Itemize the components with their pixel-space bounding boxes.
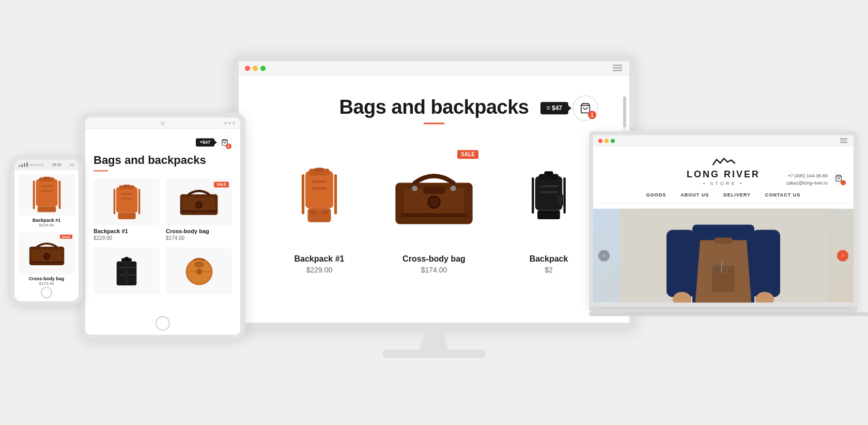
laptop-bottom-stand (589, 312, 868, 316)
svg-rect-76 (715, 237, 732, 244)
laptop-tl-red (598, 139, 602, 143)
desktop-product-img-2: SALE (384, 145, 484, 248)
mobile-products-list: Backpack #1 $229.00 SALE (19, 174, 74, 286)
mobile-device: MTS RUS 16:25 8% (10, 156, 83, 306)
tablet-camera (161, 121, 165, 125)
laptop-phone[interactable]: +7 (495) 104-36-89 (786, 172, 828, 179)
desktop-product-img-1 (270, 145, 369, 248)
tablet-cart-button[interactable]: 1 (218, 135, 232, 149)
laptop-content: LONG RIVER • STORE • +7 (495) 104-36-89 … (593, 146, 854, 302)
svg-point-15 (429, 198, 438, 206)
mobile-home-button[interactable] (41, 287, 52, 298)
desktop-page-title: Bags and backpacks (239, 96, 629, 118)
laptop-email[interactable]: zakaz@long-river.ru (786, 180, 828, 187)
svg-rect-56 (43, 177, 50, 179)
mobile-battery: 8% (70, 163, 74, 166)
mobile-status-bar: MTS RUS 16:25 8% (14, 160, 79, 170)
tablet-product-name-2: Cross-body bag (166, 228, 232, 234)
tablet-product-img-4 (166, 247, 232, 294)
laptop-next-button[interactable]: › (837, 250, 848, 261)
tablet-content: =$47 1 Bags and backpacks (85, 129, 240, 335)
laptop-prev-button[interactable]: ‹ (598, 250, 610, 261)
laptop-nav-delivery[interactable]: DELIVERY (723, 192, 751, 198)
tablet-top-bar (85, 117, 240, 129)
tablet-product-1[interactable]: Backpack #1 $229.00 (94, 178, 160, 241)
tablet-page-title: Bags and backpacks (94, 154, 232, 167)
desktop-scrollbar-thumb (623, 96, 626, 127)
svg-point-40 (197, 203, 202, 207)
mobile-product-2[interactable]: SALE Cross-body bag $174.00 (19, 233, 74, 286)
monitor-neck (413, 329, 455, 350)
mobile-frame: MTS RUS 16:25 8% (10, 156, 83, 306)
tablet-round-bag (182, 254, 216, 287)
desktop-product-2[interactable]: SALE (384, 145, 484, 274)
svg-rect-58 (40, 186, 52, 187)
svg-rect-32 (118, 212, 135, 219)
desktop-product-3[interactable]: Backpack $2 (499, 145, 598, 274)
tablet-home-button[interactable] (156, 316, 170, 330)
laptop-device: LONG RIVER • STORE • +7 (495) 104-36-89 … (589, 131, 858, 316)
svg-rect-70 (667, 230, 695, 297)
monitor-frame: = $47 1 Bags and backpacks (233, 55, 636, 329)
monitor-top-bar (239, 61, 629, 75)
desktop-product-name-2: Cross-body bag (384, 254, 484, 264)
tablet-title-underline (94, 170, 108, 171)
svg-rect-47 (126, 262, 128, 285)
svg-rect-44 (125, 257, 128, 259)
svg-rect-66 (30, 262, 64, 264)
laptop-hero-image (593, 208, 854, 302)
tablet-products-grid: Backpack #1 $229.00 SALE (94, 178, 232, 294)
laptop-nav: GOODS ABOUT US DELIVERY CONTACT US (646, 192, 801, 198)
tablet-product-2[interactable]: SALE Cross-body bag $174.00 (166, 178, 232, 241)
tablet-black-suitcase (114, 250, 140, 291)
laptop-logo-area: LONG RIVER • STORE • +7 (495) 104-36-89 … (593, 157, 854, 186)
orange-backpack-svg (296, 165, 343, 227)
svg-rect-18 (401, 213, 467, 218)
desktop-product-1[interactable]: Backpack #1 $229.00 (270, 145, 369, 274)
mobile-product-name-2: Cross-body bag (29, 276, 65, 281)
tablet-cart-price[interactable]: =$47 (196, 138, 214, 146)
svg-point-65 (44, 254, 49, 259)
laptop-tl-yellow (605, 139, 609, 143)
laptop-nav-contact[interactable]: CONTACT US (765, 192, 800, 198)
tablet-product-price-1: $229.00 (94, 235, 160, 241)
desktop-products-grid: Backpack #1 $229.00 SALE (239, 145, 629, 274)
desktop-product-name-1: Backpack #1 (270, 254, 369, 264)
brown-messenger-svg (393, 163, 475, 230)
mobile-product-1[interactable]: Backpack #1 $229.00 (19, 174, 74, 227)
mobile-carrier-text: MTS RUS (29, 163, 43, 166)
mobile-product-price-2: $174.00 (39, 281, 54, 286)
mobile-product-img-1 (19, 174, 74, 216)
desktop-product-img-3 (499, 145, 598, 248)
tablet-brown-messenger (178, 184, 220, 220)
laptop-frame: LONG RIVER • STORE • +7 (495) 104-36-89 … (589, 131, 858, 307)
laptop-base (589, 307, 858, 312)
laptop-cart-button[interactable] (832, 171, 845, 185)
tablet-cart-row: =$47 1 (94, 135, 232, 149)
desktop-menu-icon (613, 65, 622, 71)
svg-rect-13 (423, 187, 445, 194)
svg-rect-31 (123, 185, 130, 187)
tablet-product-4[interactable] (166, 247, 232, 294)
traffic-light-yellow (253, 66, 258, 71)
desktop-title-underline (424, 123, 444, 124)
svg-point-50 (195, 262, 203, 266)
laptop-nav-about[interactable]: ABOUT US (680, 192, 709, 198)
laptop-tl-green (611, 139, 615, 143)
svg-rect-10 (322, 210, 329, 214)
tablet-orange-backpack (113, 183, 141, 221)
mobile-product-price-1: $229.00 (39, 223, 54, 227)
svg-point-17 (451, 186, 456, 191)
desktop-product-price-3: $2 (499, 266, 598, 274)
traffic-light-red (245, 66, 250, 71)
svg-rect-22 (537, 210, 560, 220)
svg-rect-54 (36, 179, 57, 206)
laptop-nav-goods[interactable]: GOODS (646, 192, 667, 198)
tablet-product-3[interactable] (94, 247, 160, 294)
svg-rect-33 (121, 193, 132, 194)
laptop-cart-badge (841, 180, 846, 185)
svg-rect-71 (752, 230, 780, 297)
mobile-product-name-1: Backpack #1 (33, 218, 61, 223)
svg-rect-72 (712, 266, 735, 292)
tablet-product-name-1: Backpack #1 (94, 228, 160, 234)
